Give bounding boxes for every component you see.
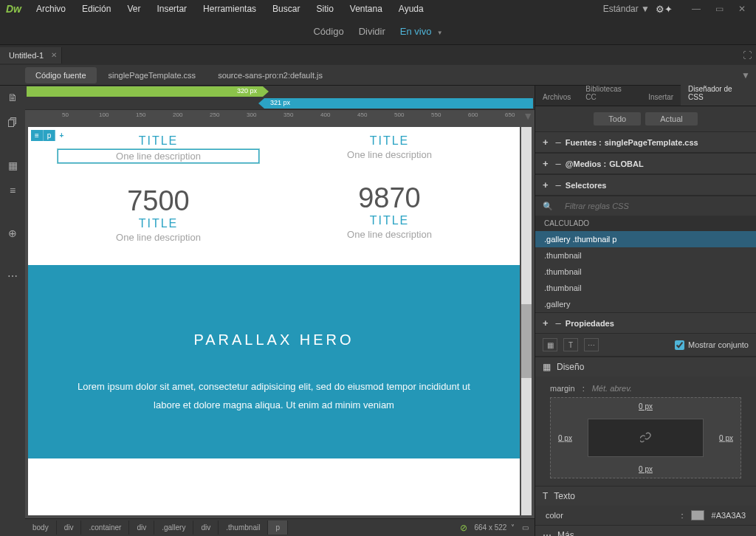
- panel-tabs: Archivos Bibliotecas CC Insertar Diseñad…: [535, 86, 756, 106]
- selector-item[interactable]: .thumbnail: [535, 264, 756, 280]
- color-value[interactable]: #A3A3A3: [712, 511, 746, 520]
- breadcrumb-item[interactable]: body: [25, 520, 57, 535]
- file-icon[interactable]: 🗎: [5, 90, 20, 105]
- tab-insert[interactable]: Insertar: [641, 89, 681, 106]
- add-element-icon[interactable]: +: [55, 130, 68, 141]
- view-code[interactable]: Código: [313, 26, 343, 37]
- plus-icon[interactable]: +: [543, 179, 549, 190]
- selector-item[interactable]: .thumbnail: [535, 280, 756, 296]
- breadcrumb-item[interactable]: .thumbnail: [219, 520, 268, 535]
- minus-icon[interactable]: –: [556, 317, 561, 329]
- tab-files[interactable]: Archivos: [535, 89, 578, 106]
- show-set-checkbox[interactable]: [675, 340, 684, 350]
- stat-desc: One line description: [289, 229, 490, 240]
- menu-edit[interactable]: Edición: [75, 1, 118, 16]
- sources-header[interactable]: + – Fuentes : singlePageTemplate.css: [535, 131, 756, 153]
- more-category-icon[interactable]: ⋯: [584, 338, 599, 351]
- margin-right[interactable]: 0 px: [719, 434, 733, 442]
- manage-icon[interactable]: 🗍: [5, 115, 20, 130]
- subtab-current[interactable]: Actual: [645, 112, 698, 126]
- related-file[interactable]: source-sans-pro:n2:default.js: [207, 67, 333, 83]
- minus-icon[interactable]: –: [556, 137, 561, 148]
- device-icon[interactable]: ▭: [522, 523, 529, 532]
- menu-tools[interactable]: Herramientas: [196, 1, 264, 16]
- breadcrumb-item[interactable]: div: [193, 520, 219, 535]
- text-category-icon[interactable]: T: [563, 338, 578, 351]
- element-tag: p: [44, 130, 56, 141]
- menu-view[interactable]: Ver: [120, 1, 148, 16]
- close-button[interactable]: ✕: [734, 2, 750, 16]
- properties-header[interactable]: + – Propiedades: [535, 312, 756, 334]
- design-view[interactable]: ≡ p + TITLE One line description 7500 TI…: [25, 124, 535, 518]
- stat-title: TITLE: [58, 217, 259, 230]
- dom-breadcrumb: body div .container div .gallery div .th…: [25, 520, 460, 535]
- canvas[interactable]: ≡ p + TITLE One line description 7500 TI…: [28, 127, 520, 515]
- menu-find[interactable]: Buscar: [265, 1, 307, 16]
- margin-shorthand[interactable]: Mét. abrev.: [592, 384, 632, 393]
- plus-icon[interactable]: +: [543, 317, 549, 329]
- selector-item[interactable]: .gallery .thumbnail p: [535, 231, 756, 247]
- breakpoint-320[interactable]: 320 px: [27, 86, 263, 97]
- breadcrumb-item[interactable]: div: [129, 520, 154, 535]
- search-icon: 🔍: [543, 202, 553, 211]
- viewport-size[interactable]: 664 x 522 ˅: [475, 523, 515, 532]
- margin-box[interactable]: 0 px 0 px 0 px 0 px: [550, 397, 741, 478]
- element-chip[interactable]: ≡ p +: [31, 130, 68, 141]
- more-icon[interactable]: ⋯: [5, 269, 20, 284]
- plus-icon[interactable]: +: [543, 137, 549, 148]
- related-file[interactable]: singlePageTemplate.css: [98, 67, 207, 83]
- document-tab[interactable]: Untitled-1 ✕: [0, 47, 62, 63]
- margin-bottom[interactable]: 0 px: [639, 465, 653, 473]
- source-code-button[interactable]: Código fuente: [25, 67, 97, 83]
- menu-site[interactable]: Sitio: [309, 1, 340, 16]
- maximize-button[interactable]: ▭: [711, 2, 728, 16]
- vertical-scrollbar[interactable]: [521, 127, 532, 515]
- media-header[interactable]: + – @Medios : GLOBAL: [535, 153, 756, 174]
- indent-icon[interactable]: ≡: [5, 183, 20, 198]
- breadcrumb-item[interactable]: div: [57, 520, 82, 535]
- breadcrumb-item[interactable]: .container: [81, 520, 129, 535]
- ruler-handle-icon[interactable]: ▼: [523, 110, 533, 122]
- minus-icon[interactable]: –: [556, 158, 561, 169]
- view-live[interactable]: En vivo ▼: [400, 26, 443, 37]
- breakpoint-321[interactable]: 321 px: [264, 98, 533, 109]
- margin-top[interactable]: 0 px: [639, 402, 653, 410]
- document-area: 320 px 321 px 50 100 150 200 250 300 350…: [25, 86, 535, 536]
- selector-item[interactable]: .gallery: [535, 296, 756, 312]
- sync-icon[interactable]: ⚙✦: [656, 4, 673, 15]
- target-icon[interactable]: ⊕: [5, 226, 20, 241]
- filter-css-input[interactable]: [557, 198, 749, 214]
- more-subheader: ⋯ Más: [535, 525, 756, 536]
- margin-editor: margin : Mét. abrev. 0 px 0 px 0 px 0 px: [535, 377, 756, 486]
- tab-cc-libraries[interactable]: Bibliotecas CC: [578, 80, 641, 106]
- menu-insert[interactable]: Insertar: [149, 1, 194, 16]
- right-panels: Archivos Bibliotecas CC Insertar Diseñad…: [535, 86, 756, 536]
- menu-file[interactable]: Archivo: [29, 1, 73, 16]
- show-set-toggle[interactable]: Mostrar conjunto: [675, 340, 749, 350]
- margin-left[interactable]: 0 px: [558, 434, 572, 442]
- link-icon[interactable]: [588, 419, 704, 457]
- subtab-all[interactable]: Todo: [594, 112, 641, 126]
- minus-icon[interactable]: –: [556, 179, 561, 190]
- selector-item[interactable]: .thumbnail: [535, 247, 756, 264]
- breadcrumb-item[interactable]: .gallery: [154, 520, 193, 535]
- view-split[interactable]: Dividir: [359, 26, 385, 37]
- color-swatch[interactable]: [691, 510, 704, 520]
- plus-icon[interactable]: +: [543, 158, 549, 169]
- status-ok-icon[interactable]: ⊘: [460, 523, 467, 533]
- filter-icon[interactable]: ▼: [741, 70, 750, 80]
- menu-window[interactable]: Ventana: [343, 1, 390, 16]
- minimize-button[interactable]: —: [687, 2, 705, 16]
- menu-help[interactable]: Ayuda: [391, 1, 431, 16]
- horizontal-ruler: 50 100 150 200 250 300 350 400 450 500 5…: [25, 109, 535, 124]
- stat-desc-selected[interactable]: One line description: [58, 149, 259, 163]
- breadcrumb-item[interactable]: p: [268, 520, 288, 535]
- selectors-header[interactable]: + – Selectores: [535, 174, 756, 196]
- dom-icon[interactable]: ▦: [5, 158, 20, 173]
- hamburger-icon[interactable]: ≡: [31, 130, 44, 141]
- close-tab-icon[interactable]: ✕: [51, 51, 57, 59]
- layout-category-icon[interactable]: ▦: [543, 338, 557, 351]
- expand-icon[interactable]: ⛶: [743, 50, 752, 61]
- workspace-selector[interactable]: Estándar ▼: [603, 4, 650, 14]
- tab-css-designer[interactable]: Diseñador de CSS: [681, 80, 756, 106]
